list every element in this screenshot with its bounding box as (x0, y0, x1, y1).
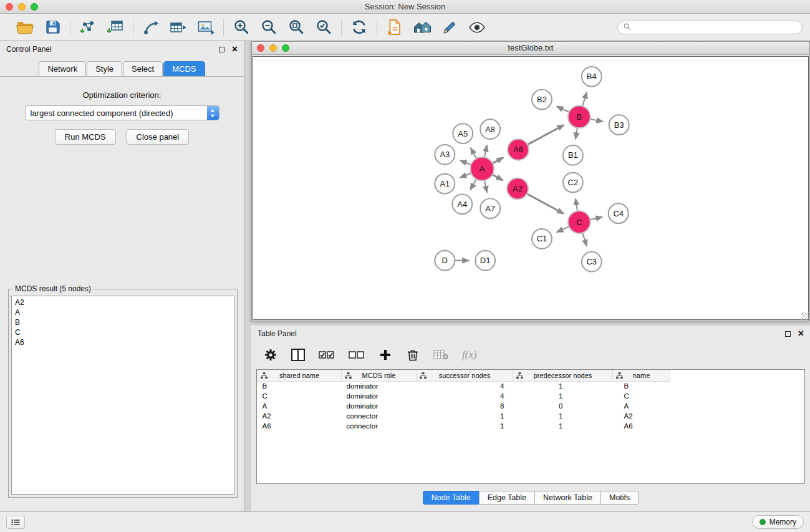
table-cell[interactable]: C (258, 391, 342, 401)
function-builder-icon[interactable]: f(x) (462, 347, 477, 363)
zoom-window-button[interactable] (31, 3, 38, 11)
table-row[interactable]: A6connector11A6 (258, 421, 670, 431)
style-editor-icon[interactable] (439, 17, 460, 37)
table-cell[interactable]: 4 (417, 381, 513, 391)
edge-C-C4[interactable] (590, 217, 602, 220)
table-row[interactable]: Cdominator41C (258, 391, 670, 401)
import-file-icon[interactable] (384, 17, 405, 37)
resize-grip[interactable] (801, 312, 809, 320)
tab-node-table[interactable]: Node Table (423, 491, 480, 505)
table-cell[interactable]: B (258, 381, 342, 391)
graph-node-D[interactable]: D (435, 251, 455, 271)
graph-node-C1[interactable]: C1 (532, 229, 552, 249)
table-settings-icon[interactable] (264, 347, 277, 363)
graph-node-C2[interactable]: C2 (563, 173, 583, 193)
edge-A-A3[interactable] (460, 160, 471, 165)
import-table-icon[interactable] (105, 17, 126, 37)
network-overview-icon[interactable] (412, 17, 433, 37)
graph-node-C4[interactable]: C4 (609, 203, 629, 223)
delete-rows-icon[interactable] (406, 347, 420, 363)
open-session-icon[interactable] (14, 17, 36, 37)
edge-A6-B[interactable] (528, 125, 564, 145)
graph-node-C3[interactable]: C3 (582, 252, 602, 272)
zoom-out-icon[interactable] (258, 17, 279, 37)
graph-node-A7[interactable]: A7 (480, 198, 500, 218)
delete-table-icon[interactable] (433, 347, 448, 363)
graph-node-B[interactable]: B (568, 105, 591, 128)
graph-node-A2[interactable]: A2 (507, 178, 528, 200)
tab-network-table[interactable]: Network Table (534, 491, 601, 505)
mcds-result-item[interactable]: A (15, 307, 231, 317)
table-cell[interactable]: A (258, 401, 342, 411)
tab-select[interactable]: Select (123, 61, 163, 76)
column-header-shared-name[interactable]: shared name (258, 370, 342, 381)
memory-button[interactable]: Memory (752, 515, 804, 529)
import-network-icon[interactable] (77, 17, 99, 37)
close-panel-button[interactable]: Close panel (127, 129, 190, 145)
table-cell[interactable]: A2 (258, 411, 342, 421)
run-mcds-button[interactable]: Run MCDS (55, 129, 116, 145)
search-input[interactable] (634, 23, 796, 32)
export-network-icon[interactable] (140, 17, 162, 37)
task-history-button[interactable] (6, 516, 25, 529)
table-cell[interactable]: A6 (613, 421, 670, 431)
tab-mcds[interactable]: MCDS (163, 61, 205, 76)
table-cell[interactable]: dominator (342, 391, 417, 401)
network-zoom-button[interactable] (282, 44, 289, 52)
deselect-all-icon[interactable] (349, 347, 365, 363)
column-header-name[interactable]: name (613, 370, 670, 381)
close-window-button[interactable] (6, 3, 13, 11)
edge-A-A2[interactable] (493, 175, 503, 180)
zoom-fit-icon[interactable] (286, 17, 307, 37)
close-table-panel-icon[interactable]: × (798, 331, 804, 337)
tab-edge-table[interactable]: Edge Table (479, 491, 535, 505)
show-graphics-details-icon[interactable] (466, 17, 488, 37)
network-minimize-button[interactable] (269, 44, 277, 52)
column-header-mcds-role[interactable]: MCDS role (342, 370, 417, 381)
toggle-columns-icon[interactable] (291, 347, 305, 363)
edge-A-A8[interactable] (485, 145, 487, 157)
mcds-result-item[interactable]: A2 (15, 297, 231, 307)
zoom-in-icon[interactable] (231, 17, 252, 37)
edge-A-A1[interactable] (460, 173, 471, 178)
table-row[interactable]: Adominator80A (258, 401, 670, 411)
table-cell[interactable]: 4 (417, 391, 513, 401)
mcds-result-item[interactable]: A6 (15, 337, 231, 347)
table-cell[interactable]: 1 (417, 421, 513, 431)
apply-layout-icon[interactable] (349, 17, 370, 37)
graph-node-B3[interactable]: B3 (609, 115, 629, 135)
column-header-successor-nodes[interactable]: successor nodes (417, 370, 513, 381)
edge-C-C3[interactable] (582, 233, 587, 246)
table-cell[interactable]: B (613, 381, 670, 391)
save-session-icon[interactable] (42, 17, 63, 37)
graph-node-A5[interactable]: A5 (453, 123, 473, 143)
tab-network[interactable]: Network (39, 61, 86, 76)
table-cell[interactable]: 0 (513, 401, 613, 411)
network-canvas[interactable]: B4B2BB3A5A8A6B1A3AC2A1A2A4A7C4CC1C3DD1 (253, 56, 809, 320)
table-cell[interactable]: connector (342, 421, 417, 431)
search-box[interactable] (617, 21, 803, 34)
table-cell[interactable]: 1 (513, 381, 613, 391)
edge-B-B1[interactable] (576, 128, 577, 139)
graph-node-A8[interactable]: A8 (480, 119, 500, 139)
table-row[interactable]: Bdominator41B (258, 381, 670, 391)
edge-C-C1[interactable] (557, 226, 569, 232)
mcds-result-item[interactable]: B (15, 317, 231, 327)
float-panel-icon[interactable] (219, 47, 224, 52)
edge-A-A4[interactable] (470, 179, 476, 190)
table-cell[interactable]: A2 (613, 411, 670, 421)
table-cell[interactable]: dominator (342, 401, 417, 411)
table-cell[interactable]: C (613, 391, 670, 401)
edge-B-B3[interactable] (590, 119, 603, 122)
tab-motifs[interactable]: Motifs (600, 491, 639, 505)
tab-style[interactable]: Style (87, 61, 122, 76)
table-cell[interactable]: A6 (258, 421, 342, 431)
table-cell[interactable]: 1 (513, 391, 613, 401)
edge-A-A5[interactable] (471, 148, 476, 158)
edge-A2-C[interactable] (527, 194, 564, 214)
graph-node-A[interactable]: A (470, 157, 494, 181)
edge-C-C2[interactable] (576, 198, 577, 211)
graph-node-A1[interactable]: A1 (435, 174, 455, 194)
table-row[interactable]: A2connector11A2 (258, 411, 670, 421)
table-cell[interactable]: dominator (342, 381, 417, 391)
